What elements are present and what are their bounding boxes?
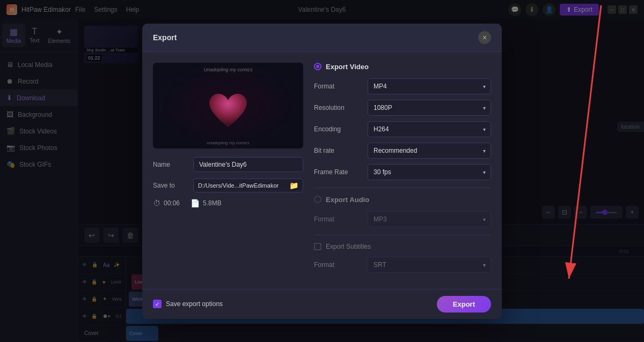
filesize-value: 5.8MB	[203, 199, 222, 207]
export-dialog: Export × Unadopting my comics	[142, 24, 502, 319]
name-input[interactable]	[193, 157, 303, 172]
dialog-close-button[interactable]: ×	[478, 31, 491, 44]
subtitles-format-label: Format	[314, 261, 368, 269]
thumb-preview: Unadopting my comics	[153, 63, 303, 148]
bitrate-select[interactable]: Recommended	[368, 143, 491, 159]
audio-format-select[interactable]: MP3	[368, 211, 491, 227]
export-video-radio[interactable]	[314, 63, 321, 70]
format-label: Format	[314, 83, 368, 90]
format-select-wrapper: MP4 ▾	[368, 78, 491, 94]
duration-value: 00:06	[164, 199, 180, 207]
export-audio-label: Export Audio	[326, 196, 369, 204]
save-options-checkbox[interactable]: ✓	[153, 300, 162, 308]
dialog-left-panel: Unadopting my comics	[153, 63, 303, 278]
encoding-select-wrapper: H264 ▾	[368, 121, 491, 137]
save-to-row: Save to 📁	[153, 179, 303, 192]
export-audio-section: Export Audio Format MP3 ▾	[314, 196, 491, 227]
dialog-body: Unadopting my comics	[142, 52, 502, 289]
audio-format-select-wrapper: MP3 ▾	[368, 211, 491, 227]
file-icon: 📄	[191, 199, 200, 207]
resolution-label: Resolution	[314, 104, 368, 111]
framerate-select[interactable]: 30 fps	[368, 164, 491, 180]
clock-icon: ⏱	[153, 199, 160, 207]
subtitles-label: Export Subtitles	[326, 243, 371, 250]
bitrate-select-wrapper: Recommended ▾	[368, 143, 491, 159]
app-window: H HitPaw Edimakor File Settings Help Val…	[0, 0, 644, 342]
format-row: Format MP4 ▾	[314, 78, 491, 94]
dialog-right-panel: Export Video Format MP4 ▾	[314, 63, 491, 278]
encoding-select[interactable]: H264	[368, 121, 491, 137]
resolution-row: Resolution 1080P ▾	[314, 100, 491, 116]
encoding-row: Encoding H264 ▾	[314, 121, 491, 137]
section-divider-2	[314, 235, 491, 235]
format-select[interactable]: MP4	[368, 78, 491, 94]
subtitles-format-select[interactable]: SRT	[368, 257, 491, 273]
dialog-header: Export ×	[142, 24, 502, 52]
thumb-text: Unadopting my comics	[153, 67, 303, 72]
bitrate-label: Bit rate	[314, 147, 368, 154]
folder-icon[interactable]: 📁	[285, 181, 303, 190]
export-video-header: Export Video	[314, 63, 491, 71]
heart-svg	[207, 92, 250, 130]
export-button[interactable]: Export	[437, 296, 491, 313]
save-options-row: ✓ Save export options	[153, 300, 223, 308]
save-to-label: Save to	[153, 182, 188, 189]
meta-row: ⏱ 00:06 📄 5.8MB	[153, 199, 303, 207]
framerate-select-wrapper: 30 fps ▾	[368, 164, 491, 180]
name-label: Name	[153, 161, 188, 168]
subtitles-format-row: Format SRT ▾	[314, 257, 491, 273]
name-field-row: Name	[153, 157, 303, 172]
save-to-input[interactable]	[194, 179, 285, 192]
dialog-overlay: Export × Unadopting my comics	[0, 0, 644, 342]
framerate-row: Frame Rate 30 fps ▾	[314, 164, 491, 180]
duration-item: ⏱ 00:06	[153, 199, 180, 207]
section-divider-1	[314, 188, 491, 188]
export-subtitles-section: Export Subtitles Format SRT ▾	[314, 243, 491, 273]
save-options-label: Save export options	[166, 300, 223, 308]
subtitles-checkbox[interactable]	[314, 243, 321, 250]
export-audio-header: Export Audio	[314, 196, 491, 204]
framerate-label: Frame Rate	[314, 168, 368, 176]
export-video-label: Export Video	[326, 63, 369, 71]
video-thumbnail: Unadopting my comics	[153, 63, 303, 148]
audio-format-row: Format MP3 ▾	[314, 211, 491, 227]
resolution-select[interactable]: 1080P	[368, 100, 491, 116]
dialog-title: Export	[153, 33, 177, 42]
filesize-item: 📄 5.8MB	[191, 199, 222, 207]
resolution-select-wrapper: 1080P ▾	[368, 100, 491, 116]
save-to-field: 📁	[193, 179, 303, 192]
subtitles-format-select-wrapper: SRT ▾	[368, 257, 491, 273]
bitrate-row: Bit rate Recommended ▾	[314, 143, 491, 159]
audio-format-label: Format	[314, 215, 368, 223]
subtitles-checkbox-row: Export Subtitles	[314, 243, 491, 250]
export-audio-radio[interactable]	[314, 196, 321, 203]
encoding-label: Encoding	[314, 125, 368, 133]
dialog-footer: ✓ Save export options Export	[142, 289, 502, 319]
